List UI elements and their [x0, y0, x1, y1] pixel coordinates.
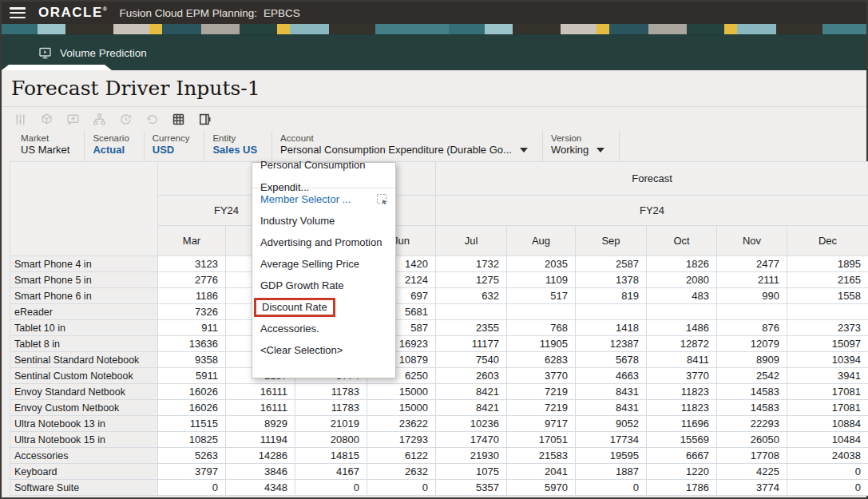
grid-cell-oct[interactable]: 1826: [647, 256, 717, 272]
grid-cell-dec[interactable]: 1895: [787, 256, 868, 272]
grid-cell-may[interactable]: 11783: [295, 400, 367, 416]
grid-cell-nov[interactable]: 2111: [717, 272, 787, 288]
grid-cell-nov[interactable]: 2477: [717, 256, 787, 272]
column-header-mar[interactable]: Mar: [158, 226, 226, 256]
grid-cell-jul[interactable]: 21930: [436, 448, 507, 464]
grid-cell-may[interactable]: 4167: [295, 464, 367, 480]
grid-cell-aug[interactable]: 17051: [507, 432, 576, 448]
grid-cell-aug[interactable]: 768: [507, 320, 576, 336]
grid-cell-jul[interactable]: 1275: [436, 272, 507, 288]
dropdown-item-advertising-and-promotion[interactable]: Advertising and Promotion: [252, 232, 395, 253]
grid-cell-dec[interactable]: 2165: [787, 272, 868, 288]
grid-cell-sep[interactable]: 4663: [576, 368, 647, 384]
grid-cell-mar[interactable]: 11515: [158, 416, 226, 432]
grid-cell-dec[interactable]: [787, 304, 868, 320]
column-header-sep[interactable]: Sep: [576, 226, 647, 256]
grid-cell-may[interactable]: 21019: [295, 416, 367, 432]
grid-cell-mar[interactable]: 2776: [158, 272, 226, 288]
dropdown-arrow-icon[interactable]: [597, 148, 604, 152]
comment-icon[interactable]: [65, 112, 80, 126]
grid-cell-sep[interactable]: [576, 304, 647, 320]
grid-cell-nov[interactable]: 2542: [717, 368, 787, 384]
grid-cell-aug[interactable]: 7219: [507, 400, 576, 416]
grid-cell-dec[interactable]: 24038: [787, 448, 868, 464]
pov-value-scenario[interactable]: Actual: [93, 144, 129, 156]
row-header[interactable]: Envoy Custom Netbook: [10, 400, 158, 416]
column-header-jul[interactable]: Jul: [436, 226, 507, 256]
grid-cell-aug[interactable]: 2041: [507, 464, 576, 480]
pov-value-entity[interactable]: Sales US: [212, 144, 257, 156]
grid-cell-mar[interactable]: 5911: [158, 368, 226, 384]
grid-cell-jul[interactable]: 11177: [436, 336, 507, 352]
grid-cell-jul[interactable]: 632: [436, 288, 507, 304]
grid-cell-dec[interactable]: 3941: [787, 368, 868, 384]
grid-cell-nov[interactable]: 17708: [717, 448, 787, 464]
grid-cell-dec[interactable]: 1558: [787, 288, 868, 304]
grid-cell-mar[interactable]: 9358: [158, 352, 226, 368]
row-header[interactable]: Sentinal Standard Notebook: [10, 352, 158, 368]
row-header[interactable]: Ultra Notebook 15 in: [10, 432, 158, 448]
grid-cell-nov[interactable]: 22293: [717, 416, 787, 432]
column-header-dec[interactable]: Dec: [787, 226, 868, 256]
grid-cell-oct[interactable]: 8411: [647, 352, 717, 368]
grid-cell-nov[interactable]: 876: [717, 320, 787, 336]
pov-value-version[interactable]: Working: [551, 144, 604, 156]
grid-cell-oct[interactable]: [647, 304, 717, 320]
grid-cell-sep[interactable]: 819: [576, 288, 647, 304]
pov-value-market[interactable]: US Market: [21, 144, 69, 156]
grid-cell-apr[interactable]: 4348: [226, 480, 295, 496]
grid-cell-jul[interactable]: 17470: [436, 432, 507, 448]
grid-cell-apr[interactable]: 3846: [226, 464, 295, 480]
grid-cell-jul[interactable]: 2603: [436, 368, 507, 384]
grid-cell-mar[interactable]: 16026: [158, 384, 226, 400]
grid-cell-aug[interactable]: 517: [507, 288, 576, 304]
dropdown-item-gdp-growth-rate[interactable]: GDP Growth Rate: [252, 275, 395, 296]
row-header[interactable]: eReader: [10, 304, 158, 320]
grid-cell-aug[interactable]: 21583: [507, 448, 576, 464]
grid-cell-nov[interactable]: 4225: [717, 464, 787, 480]
grid-cell-oct[interactable]: 15569: [647, 432, 717, 448]
dropdown-item-accessories[interactable]: Accessories.: [252, 318, 395, 339]
dropdown-item-current-selection[interactable]: Personal Consumption Expendit...: [252, 165, 395, 188]
grid-cell-sep[interactable]: 8431: [576, 400, 647, 416]
grid-cell-sep[interactable]: 9052: [576, 416, 647, 432]
row-header[interactable]: Smart Phone 5 in: [10, 272, 158, 288]
grid-cell-aug[interactable]: 11905: [507, 336, 576, 352]
grid-cell-jul[interactable]: 1732: [436, 256, 507, 272]
row-header[interactable]: Software Suite: [10, 480, 158, 496]
dropdown-arrow-icon[interactable]: [520, 148, 528, 152]
grid-cell-oct[interactable]: 1220: [647, 464, 717, 480]
grid-cell-jun[interactable]: 15000: [367, 384, 436, 400]
grid-cell-dec[interactable]: 17081: [787, 400, 868, 416]
grid-cell-aug[interactable]: 1109: [507, 272, 576, 288]
grid-cell-nov[interactable]: [717, 304, 787, 320]
row-header[interactable]: Ultra Notebook 13 in: [10, 416, 158, 432]
grid-cell-sep[interactable]: 1378: [576, 272, 647, 288]
grid-cell-nov[interactable]: 8909: [717, 352, 787, 368]
scenario-span-forecast[interactable]: Forecast: [436, 162, 868, 196]
year-span-fy24-right[interactable]: FY24: [436, 196, 868, 226]
grid-cell-jul[interactable]: 1075: [436, 464, 507, 480]
grid-cell-oct[interactable]: 6667: [647, 448, 717, 464]
grid-cell-jun[interactable]: 23622: [367, 416, 436, 432]
grid-cell-apr[interactable]: 14286: [226, 448, 295, 464]
grid-cell-nov[interactable]: 14583: [717, 400, 787, 416]
grid-cell-mar[interactable]: 3797: [158, 464, 226, 480]
grid-cell-sep[interactable]: 2587: [576, 256, 647, 272]
cube-icon[interactable]: [39, 112, 54, 126]
grid-cell-apr[interactable]: 8929: [226, 416, 295, 432]
hamburger-menu-icon[interactable]: [10, 7, 26, 18]
grid-cell-mar[interactable]: 3123: [158, 256, 226, 272]
grid-icon[interactable]: [171, 112, 185, 126]
grid-cell-nov[interactable]: 26050: [717, 432, 787, 448]
column-header-oct[interactable]: Oct: [647, 226, 717, 256]
column-header-aug[interactable]: Aug: [507, 226, 576, 256]
grid-cell-jun[interactable]: 2632: [367, 464, 436, 480]
grid-cell-oct[interactable]: 2080: [647, 272, 717, 288]
grid-cell-dec[interactable]: 2373: [787, 320, 868, 336]
row-header[interactable]: Accessories: [10, 448, 158, 464]
grid-cell-jun[interactable]: 17293: [367, 432, 436, 448]
grid-cell-may[interactable]: 11783: [295, 384, 367, 400]
grid-cell-mar[interactable]: 7326: [158, 304, 226, 320]
layout-icon[interactable]: [197, 112, 212, 126]
